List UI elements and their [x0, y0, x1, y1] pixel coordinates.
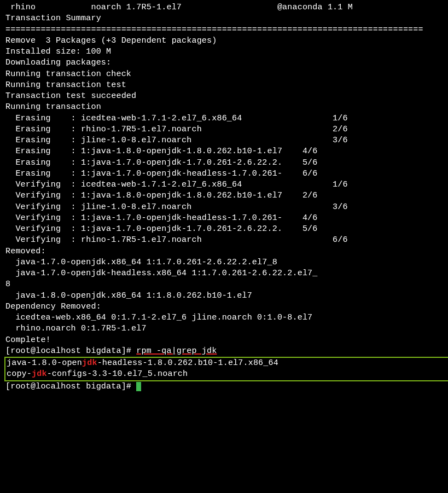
- output-line: Erasing : jline-1.0-8.el7.noarch 3/6: [5, 135, 448, 146]
- output-line: Transaction Summary: [5, 13, 448, 24]
- grep-result: copy-jdk-configs-3.3-10.el7_5.noarch: [7, 369, 448, 380]
- output-line: rhino noarch 1.7R5-1.el7 @anaconda 1.1 M: [5, 2, 448, 13]
- output-line: java-1.8.0-openjdk.x86_64 1:1.8.0.262.b1…: [5, 291, 448, 301]
- output-line: java-1.7.0-openjdk.x86_64 1:1.7.0.261-2.…: [5, 257, 448, 268]
- highlight-box: java-1.8.0-openjdk-headless-1.8.0.262.b1…: [4, 357, 448, 381]
- output-line: Remove 3 Packages (+3 Dependent packages…: [5, 36, 448, 47]
- output-line: ========================================…: [5, 25, 448, 36]
- output-line: Transaction test succeeded: [5, 91, 448, 102]
- shell-prompt: [root@localhost bigdata]#: [5, 346, 136, 356]
- command-text: rpm -qa|grep jdk: [136, 346, 217, 356]
- grep-match: jdk: [32, 369, 47, 379]
- output-line: Verifying : 1:java-1.7.0-openjdk-headles…: [5, 213, 448, 224]
- output-line: Erasing : icedtea-web-1.7.1-2.el7_6.x86_…: [5, 113, 448, 124]
- shell-prompt: [root@localhost bigdata]#: [5, 382, 136, 391]
- output-line: Installed size: 100 M: [5, 47, 448, 57]
- output-line: Erasing : 1:java-1.8.0-openjdk-1.8.0.262…: [5, 146, 448, 157]
- output-line: Erasing : rhino-1.7R5-1.el7.noarch 2/6: [5, 124, 448, 135]
- prompt-line[interactable]: [root@localhost bigdata]# rpm -qa|grep j…: [5, 346, 448, 357]
- output-line: Verifying : 1:java-1.8.0-openjdk-1.8.0.2…: [5, 190, 448, 201]
- output-line: Erasing : 1:java-1.7.0-openjdk-headless-…: [5, 169, 448, 179]
- output-line: Verifying : 1:java-1.7.0-openjdk-1.7.0.2…: [5, 224, 448, 235]
- output-line: Removed:: [5, 246, 448, 257]
- terminal-output: rhino noarch 1.7R5-1.el7 @anaconda 1.1 M…: [5, 2, 448, 392]
- output-line: icedtea-web.x86_64 0:1.7.1-2.el7_6 jline…: [5, 312, 448, 323]
- output-line: Running transaction check: [5, 69, 448, 80]
- output-line: Dependency Removed:: [5, 301, 448, 312]
- output-line: Verifying : jline-1.0-8.el7.noarch 3/6: [5, 202, 448, 213]
- output-line: Erasing : 1:java-1.7.0-openjdk-1.7.0.261…: [5, 158, 448, 169]
- output-line: Complete!: [5, 335, 448, 346]
- output-line: rhino.noarch 0:1.7R5-1.el7: [5, 323, 448, 334]
- output-line: Verifying : rhino-1.7R5-1.el7.noarch 6/6: [5, 235, 448, 246]
- prompt-line[interactable]: [root@localhost bigdata]#: [5, 381, 448, 392]
- output-line: Running transaction test: [5, 80, 448, 91]
- grep-match: jdk: [82, 358, 97, 368]
- output-line: Downloading packages:: [5, 57, 448, 68]
- output-line: 8: [5, 279, 448, 290]
- output-line: Running transaction: [5, 102, 448, 113]
- grep-result: java-1.8.0-openjdk-headless-1.8.0.262.b1…: [7, 358, 448, 369]
- output-line: java-1.7.0-openjdk-headless.x86_64 1:1.7…: [5, 268, 448, 279]
- output-line: Verifying : icedtea-web-1.7.1-2.el7_6.x8…: [5, 179, 448, 190]
- cursor: [136, 382, 141, 391]
